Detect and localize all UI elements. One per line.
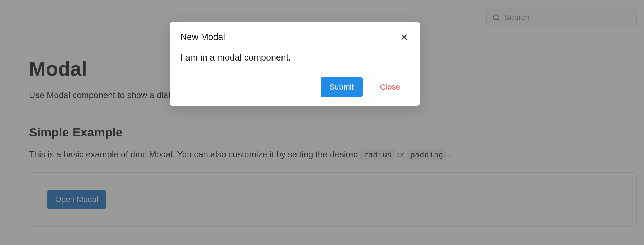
close-button[interactable]: Close — [371, 77, 409, 97]
modal-footer: Submit Close — [180, 77, 409, 97]
close-icon — [400, 33, 408, 41]
modal-dialog: New Modal I am in a modal component. Sub… — [170, 22, 420, 106]
submit-button[interactable]: Submit — [321, 77, 362, 97]
modal-body: I am in a modal component. — [180, 52, 409, 63]
modal-header: New Modal — [180, 32, 409, 42]
modal-close-button[interactable] — [399, 32, 409, 42]
modal-title: New Modal — [180, 32, 225, 42]
